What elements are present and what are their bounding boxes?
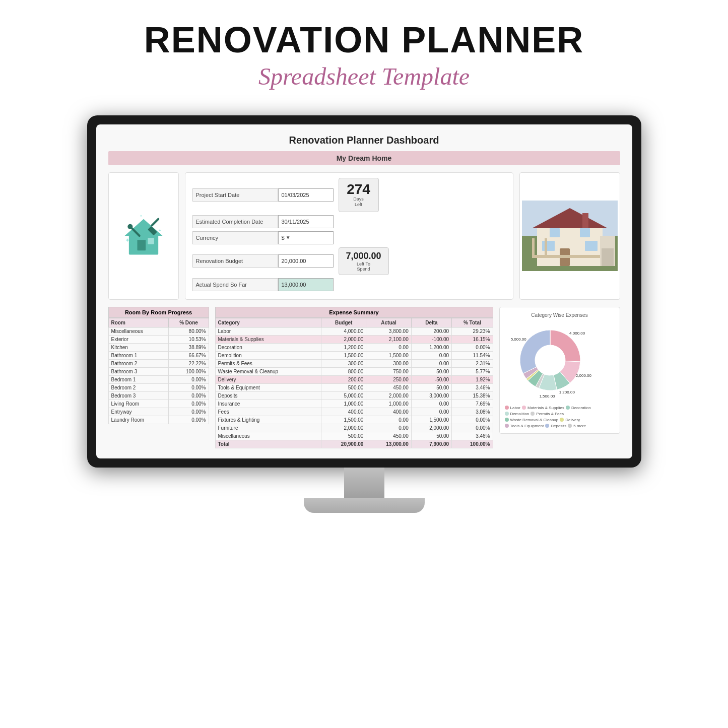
monitor-screen: Renovation Planner Dashboard My Dream Ho…	[96, 124, 632, 458]
expense-delta: -50.00	[411, 375, 451, 383]
house-photo-illustration	[522, 201, 618, 271]
legend-label: Waste Removal & Cleanup	[510, 418, 559, 422]
currency-label: Currency	[192, 231, 278, 244]
room-col-header: Room	[108, 318, 169, 327]
expense-cat: Deposits	[215, 391, 321, 400]
currency-dropdown-arrow[interactable]: ▼	[286, 235, 291, 240]
room-name: Kitchen	[108, 343, 169, 351]
room-name: Bedroom 3	[108, 391, 169, 400]
expense-pct: 0.00%	[452, 343, 493, 351]
expense-actual: 250.00	[366, 375, 411, 383]
expense-cat: Delivery	[215, 375, 321, 383]
legend-item: 5 more	[568, 424, 586, 428]
legend-item: Permits & Fees	[531, 412, 564, 416]
svg-text:✦: ✦	[124, 237, 129, 243]
expense-cat: Waste Removal & Cleanup	[215, 367, 321, 375]
budget-value[interactable]: 20,000.00	[278, 254, 334, 268]
room-pct: 0.00%	[169, 416, 209, 424]
expense-actual: 450.00	[366, 432, 411, 440]
expense-actual: 1,000.00	[366, 400, 411, 408]
room-name: Bedroom 1	[108, 375, 169, 383]
expense-budget: 500.00	[321, 432, 366, 440]
expense-actual: 0.00	[366, 343, 411, 351]
actual-label: Actual Spend So Far	[192, 278, 278, 291]
expense-budget: 5,000.00	[321, 391, 366, 400]
expense-pct: 7.69%	[452, 400, 493, 408]
expense-actual: 450.00	[366, 383, 411, 391]
legend-dot	[531, 412, 535, 416]
expense-col-header: Delta	[411, 318, 451, 327]
expense-delta: 200.00	[411, 327, 451, 335]
chart-container: Category Wise Expenses 4,000.002,000.001…	[499, 307, 620, 434]
room-table-row: Bathroom 3100.00%	[108, 367, 209, 375]
expense-cat: Labor	[215, 327, 321, 335]
expense-cat: Materials & Supplies	[215, 335, 321, 343]
expense-delta: 0.00	[411, 400, 451, 408]
expense-table-row: Materials & Supplies 2,000.00 2,100.00 -…	[215, 335, 493, 343]
legend-dot	[568, 424, 572, 428]
room-pct: 0.00%	[169, 383, 209, 391]
expense-table-row: Demolition 1,500.00 1,500.00 0.00 11.54%	[215, 351, 493, 359]
legend-label: Decoration	[571, 406, 591, 410]
expense-table-wrap: Expense Summary CategoryBudgetActualDelt…	[215, 307, 493, 448]
bottom-section: Room By Room Progress Room % Done Miscel…	[108, 307, 620, 448]
pct-col-header: % Done	[169, 318, 209, 327]
expense-pct: 5.77%	[452, 367, 493, 375]
room-pct: 66.67%	[169, 351, 209, 359]
expense-actual: 2,100.00	[366, 335, 411, 343]
project-name-bar: My Dream Home	[108, 151, 620, 165]
days-label: DaysLeft	[346, 196, 371, 208]
svg-rect-2	[137, 240, 146, 251]
legend-item: Materials & Supplies	[522, 406, 564, 410]
expense-pct: 3.46%	[452, 432, 493, 440]
room-name: Bedroom 2	[108, 383, 169, 391]
chart-label: 5,000.00	[510, 337, 526, 342]
expense-table-row: Insurance 1,000.00 1,000.00 0.00 7.69%	[215, 400, 493, 408]
legend-dot	[505, 412, 509, 416]
expense-pct: 3.46%	[452, 383, 493, 391]
room-table-wrap: Room By Room Progress Room % Done Miscel…	[108, 307, 209, 424]
expense-actual: 400.00	[366, 408, 411, 416]
expense-table-row: Delivery 200.00 250.00 -50.00 1.92%	[215, 375, 493, 383]
completion-value[interactable]: 30/11/2025	[278, 215, 334, 228]
currency-value[interactable]: $ ▼	[278, 231, 334, 244]
legend-dot	[522, 406, 526, 410]
expense-actual: 1,500.00	[366, 351, 411, 359]
start-date-value[interactable]: 01/03/2025	[278, 188, 334, 202]
chart-label: 1,500.00	[539, 394, 555, 399]
svg-rect-21	[532, 255, 608, 258]
monitor-stand-neck	[344, 468, 384, 498]
legend-label: Delivery	[565, 418, 580, 422]
expense-table-title: Expense Summary	[215, 307, 493, 318]
actual-spend-row: Actual Spend So Far 13,000.00	[192, 278, 506, 291]
svg-rect-19	[550, 228, 560, 237]
expense-cat: Total	[215, 440, 321, 448]
svg-point-5	[127, 224, 133, 229]
expense-table-row: Deposits 5,000.00 2,000.00 3,000.00 15.3…	[215, 391, 493, 400]
expense-pct: 3.08%	[452, 408, 493, 416]
room-table-row: Miscellaneous80.00%	[108, 327, 209, 335]
expense-pct: 15.38%	[452, 391, 493, 400]
expense-budget: 1,000.00	[321, 400, 366, 408]
house-tools-icon: ✦ ✦ ✦	[118, 211, 169, 261]
legend-label: 5 more	[573, 424, 586, 428]
actual-value[interactable]: 13,000.00	[278, 278, 334, 291]
expense-budget: 300.00	[321, 359, 366, 367]
expense-pct: 29.23%	[452, 327, 493, 335]
expense-budget: 800.00	[321, 367, 366, 375]
expense-cat: Permits & Fees	[215, 359, 321, 367]
expense-actual: 13,000.00	[366, 440, 411, 448]
room-pct: 0.00%	[169, 400, 209, 408]
completion-date-row: Estimated Completion Date 30/11/2025	[192, 215, 506, 228]
budget-label: Renovation Budget	[192, 254, 278, 268]
expense-table-row: Fees 400.00 400.00 0.00 3.08%	[215, 408, 493, 416]
expense-delta: 1,200.00	[411, 343, 451, 351]
chart-label: 2,000.00	[575, 373, 591, 377]
room-table-title: Room By Room Progress	[108, 307, 209, 318]
expense-col-header: Budget	[321, 318, 366, 327]
expense-actual: 2,000.00	[366, 391, 411, 400]
expense-pct: 11.54%	[452, 351, 493, 359]
expense-budget: 200.00	[321, 375, 366, 383]
expense-col-header: Actual	[366, 318, 411, 327]
chart-label: 1,200.00	[559, 390, 575, 394]
